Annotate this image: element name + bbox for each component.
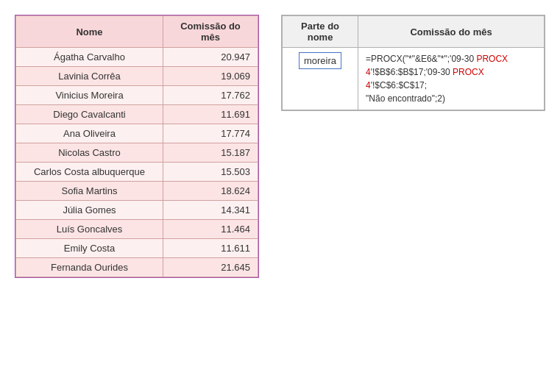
comissao-cell: 17.762	[163, 86, 258, 105]
table-row: Ágatha Carvalho20.947	[16, 48, 258, 67]
search-input-display[interactable]: moreira	[299, 52, 341, 69]
right-table-row: moreira =PROCX("*"&E6&"*";'09-30 PROCX 4…	[283, 48, 545, 110]
formula-prefix: =PROCX("*"&E6&"*";'09-30	[366, 54, 476, 64]
comissao-cell: 20.947	[163, 48, 258, 67]
comissao-cell: 15.187	[163, 143, 258, 163]
page-layout: Nome Comissão do mês Ágatha Carvalho20.9…	[15, 15, 545, 278]
table-row: Diego Cavalcanti11.691	[16, 105, 258, 124]
nome-cell: Vinicius Moreira	[16, 86, 163, 105]
nome-cell: Emily Costa	[16, 239, 163, 258]
table-row: Carlos Costa albuquerque15.503	[16, 163, 258, 182]
left-header-comissao: Comissão do mês	[163, 16, 258, 48]
formula-mid-1: '!$B$6:$B$17;'09-30	[371, 67, 453, 77]
table-row: Sofia Martins18.624	[16, 182, 258, 201]
nome-cell: Sofia Martins	[16, 182, 163, 201]
nome-cell: Nicolas Castro	[16, 143, 163, 163]
comissao-cell: 15.503	[163, 163, 258, 182]
table-row: Ana Oliveira17.774	[16, 124, 258, 143]
left-table-wrapper: Nome Comissão do mês Ágatha Carvalho20.9…	[15, 15, 259, 278]
formula-cell: =PROCX("*"&E6&"*";'09-30 PROCX 4'!$B$6:$…	[358, 48, 545, 110]
comissao-cell: 11.611	[163, 239, 258, 258]
comissao-cell: 11.691	[163, 105, 258, 124]
nome-cell: Ágatha Carvalho	[16, 48, 163, 67]
nome-cell: Júlia Gomes	[16, 201, 163, 220]
comissao-cell: 14.341	[163, 201, 258, 220]
table-row: Vinicius Moreira17.762	[16, 86, 258, 105]
right-header-comissao: Comissão do mês	[358, 16, 545, 48]
search-value-cell: moreira	[283, 48, 358, 110]
formula-mid-2: '!$C$6:$C$17;"Não encontrado";2)	[366, 80, 445, 104]
left-table: Nome Comissão do mês Ágatha Carvalho20.9…	[15, 15, 258, 277]
table-row: Luís Goncalves11.464	[16, 220, 258, 239]
nome-cell: Ana Oliveira	[16, 124, 163, 143]
nome-cell: Lavinia Corrêa	[16, 67, 163, 86]
comissao-cell: 19.069	[163, 67, 258, 86]
left-header-nome: Nome	[16, 16, 163, 48]
table-row: Nicolas Castro15.187	[16, 143, 258, 163]
table-row: Emily Costa11.611	[16, 239, 258, 258]
comissao-cell: 18.624	[163, 182, 258, 201]
table-row: Lavinia Corrêa19.069	[16, 67, 258, 86]
right-table-wrapper: Parte do nome Comissão do mês moreira =P…	[281, 15, 545, 111]
table-row: Júlia Gomes14.341	[16, 201, 258, 220]
comissao-cell: 21.645	[163, 258, 258, 277]
nome-cell: Carlos Costa albuquerque	[16, 163, 163, 182]
right-header-parte: Parte do nome	[283, 16, 358, 48]
comissao-cell: 17.774	[163, 124, 258, 143]
table-row: Fernanda Ourides21.645	[16, 258, 258, 277]
right-table: Parte do nome Comissão do mês moreira =P…	[282, 15, 545, 110]
nome-cell: Luís Goncalves	[16, 220, 163, 239]
nome-cell: Fernanda Ourides	[16, 258, 163, 277]
nome-cell: Diego Cavalcanti	[16, 105, 163, 124]
comissao-cell: 11.464	[163, 220, 258, 239]
